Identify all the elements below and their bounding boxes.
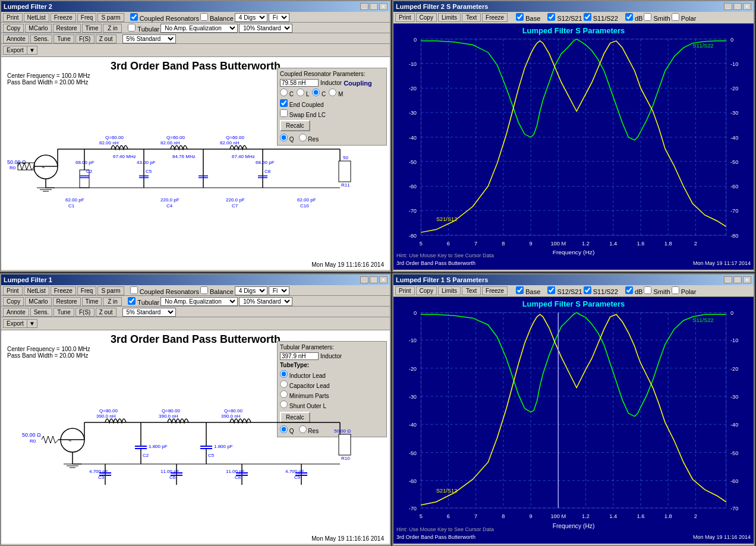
lf1-digs-select[interactable]: 4 Digs <box>235 286 267 295</box>
lf2sp-s11s22-checkbox[interactable] <box>584 13 591 21</box>
lf1-freq-btn[interactable]: Freq <box>77 286 97 295</box>
lf2sp-polar-checkbox[interactable] <box>672 13 679 21</box>
lf2sp-print-btn[interactable]: Print <box>395 13 415 22</box>
lf1sp-base-checkbox[interactable] <box>516 286 524 294</box>
lf1-export-btn[interactable]: Export <box>3 319 27 328</box>
lf2sp-smith-checkbox[interactable] <box>644 13 651 21</box>
lf1-minimize-btn[interactable]: _ <box>360 276 368 283</box>
lf1-annote-btn[interactable]: Annote <box>3 308 29 317</box>
lf1-print-btn[interactable]: Print <box>3 286 23 295</box>
svg-text:S11/S22: S11/S22 <box>692 317 713 323</box>
lf2-restore-btn[interactable]: Restore <box>53 24 81 33</box>
lf2-export-arrow-btn[interactable]: ▼ <box>27 46 37 55</box>
lf1-coupled-checkbox[interactable] <box>130 286 138 294</box>
lf1sp-text-btn[interactable]: Text <box>462 286 481 295</box>
svg-text:C10: C10 <box>300 203 309 209</box>
lf2sp-close-btn[interactable]: × <box>743 3 751 10</box>
lf2sp-copy-btn[interactable]: Copy <box>416 13 437 22</box>
lf2-std-select[interactable]: 10% Standard <box>239 24 292 33</box>
lf2-mcarlo-btn[interactable]: MCarlo <box>25 24 51 33</box>
lf1-export-row: Export ▼ <box>1 317 390 330</box>
lf2sp-freeze-btn[interactable]: Freeze <box>482 13 508 22</box>
lf2-fit-select[interactable]: Fit <box>269 13 289 22</box>
lf1-fit-select[interactable]: Fit <box>269 286 289 295</box>
lf2-netlist-btn[interactable]: NetList <box>24 13 49 22</box>
lf2-zin-btn[interactable]: Z in <box>103 24 122 33</box>
lf2sp-base-checkbox[interactable] <box>516 13 524 21</box>
lf1sp-maximize-btn[interactable]: □ <box>733 276 742 283</box>
svg-text:-20: -20 <box>409 86 417 92</box>
lf1sp-limits-btn[interactable]: Limits <box>438 286 461 295</box>
lf1-close-btn[interactable]: × <box>379 276 388 283</box>
lf2-amp-select[interactable]: No Amp. Equalization <box>160 24 238 33</box>
lf1-sens-btn[interactable]: Sens. <box>30 308 53 317</box>
lf2-sens-btn[interactable]: Sens. <box>30 34 53 43</box>
lf1-tune-btn[interactable]: Tune <box>53 308 74 317</box>
svg-text:67.40 MHz: 67.40 MHz <box>113 154 136 159</box>
lf1-balance-checkbox[interactable] <box>200 286 208 294</box>
lf1-std-select[interactable]: 10% Standard <box>239 297 292 306</box>
lf2-print-btn[interactable]: Print <box>3 13 23 22</box>
lf2-balance-checkbox[interactable] <box>200 13 208 21</box>
lf1sp-s11s22-checkbox[interactable] <box>584 286 591 294</box>
lf1-inductor-input[interactable] <box>280 352 319 360</box>
lf2-coupled-checkbox[interactable] <box>130 13 138 21</box>
svg-text:~: ~ <box>42 165 45 171</box>
lf1sp-s12s21-checkbox[interactable] <box>547 286 555 294</box>
lf1-tubular-checkbox[interactable] <box>128 297 136 305</box>
lf1sp-copy-btn[interactable]: Copy <box>416 286 437 295</box>
lf2sp-limits-btn[interactable]: Limits <box>438 13 461 22</box>
lf1sp-freeze-btn[interactable]: Freeze <box>482 286 508 295</box>
lf1-time-btn[interactable]: Time <box>82 297 102 306</box>
lf2-annote-btn[interactable]: Annote <box>3 34 29 43</box>
window-title-lf2: Lumped Filter 2 _ □ × <box>1 1 390 12</box>
lf2-zout-btn[interactable]: Z out <box>96 34 116 43</box>
lf1sp-print-btn[interactable]: Print <box>395 286 415 295</box>
lf1-copy-btn[interactable]: Copy <box>3 297 24 306</box>
lf1sp-chart-svg: 0 -10 -20 -30 -40 -50 -60 -70 0 -10 -20 … <box>393 310 754 529</box>
lf1sp-db-checkbox[interactable] <box>625 286 633 294</box>
lf1sp-minimize-btn[interactable]: _ <box>724 276 732 283</box>
lf2-freeze-btn[interactable]: Freeze <box>51 13 76 22</box>
lf2-fs-btn[interactable]: F(S) <box>75 34 94 43</box>
lf2-maximize-btn[interactable]: □ <box>370 3 378 10</box>
lf1-mcarlo-btn[interactable]: MCarlo <box>25 297 51 306</box>
lf1-restore-btn[interactable]: Restore <box>53 297 81 306</box>
svg-text:50: 50 <box>343 155 348 160</box>
lf1sp-polar-checkbox[interactable] <box>672 286 679 294</box>
lf2-time-btn[interactable]: Time <box>82 24 102 33</box>
lf2-tune-btn[interactable]: Tune <box>53 34 74 43</box>
lf2-freq-btn[interactable]: Freq <box>77 13 97 22</box>
svg-text:-60: -60 <box>409 184 417 190</box>
lf1sp-close-btn[interactable]: × <box>743 276 751 283</box>
lf2sp-db-checkbox[interactable] <box>625 13 633 21</box>
lf2-tubular-checkbox[interactable] <box>128 24 136 31</box>
svg-point-108 <box>61 428 84 452</box>
lf1-maximize-btn[interactable]: □ <box>370 276 378 283</box>
lf2-std2-select[interactable]: 5% Standard <box>122 34 176 43</box>
lf1-zin-btn[interactable]: Z in <box>103 297 122 306</box>
lf2-digs-select[interactable]: 4 Digs <box>235 13 267 22</box>
lf1-export-arrow-btn[interactable]: ▼ <box>27 319 37 328</box>
lf1-zout-btn[interactable]: Z out <box>96 308 116 317</box>
lf2-copy-btn[interactable]: Copy <box>3 24 24 33</box>
lf1-std2-select[interactable]: 5% Standard <box>122 308 176 317</box>
lf2-inductor-input[interactable] <box>280 79 319 87</box>
lf2-export-btn[interactable]: Export <box>3 46 27 55</box>
lf1sp-smith-checkbox[interactable] <box>644 286 651 294</box>
lf2-close-btn[interactable]: × <box>379 3 388 10</box>
lf1-freeze-btn[interactable]: Freeze <box>51 286 76 295</box>
lf2sp-text-btn[interactable]: Text <box>462 13 481 22</box>
lf2sp-maximize-btn[interactable]: □ <box>733 3 742 10</box>
lf1-netlist-btn[interactable]: NetList <box>24 286 49 295</box>
svg-text:2: 2 <box>694 513 697 519</box>
lf1-sparm-btn[interactable]: S parm <box>97 286 124 295</box>
lf2-minimize-btn[interactable]: _ <box>360 3 368 10</box>
lf2sp-minimize-btn[interactable]: _ <box>724 3 732 10</box>
svg-text:-20: -20 <box>730 86 738 92</box>
lf1-fs-btn[interactable]: F(S) <box>75 308 94 317</box>
lf1-amp-select[interactable]: No Amp. Equalization <box>160 297 238 306</box>
lf2-sparm-btn[interactable]: S parm <box>97 13 124 22</box>
lf2sp-s12s21-checkbox[interactable] <box>547 13 555 21</box>
svg-rect-163 <box>421 313 726 508</box>
